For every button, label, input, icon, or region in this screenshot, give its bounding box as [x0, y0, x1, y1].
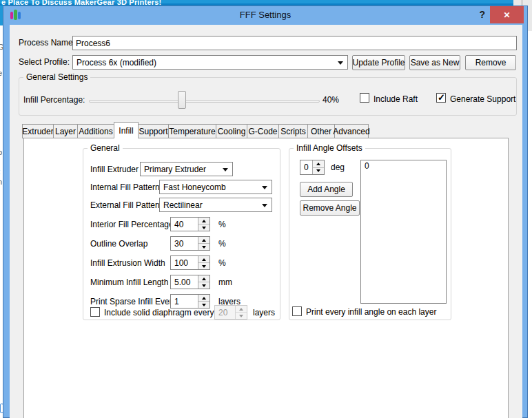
external-fill-pattern-dropdown[interactable]: Rectilinear — [159, 198, 272, 212]
tab-cooling[interactable]: Cooling — [216, 124, 247, 138]
infill-angle-offsets-group-title: Infill Angle Offsets — [294, 143, 365, 153]
infill-extrusion-width-spinner[interactable]: 100 — [170, 255, 210, 270]
interior-fill-percentage-label: Interior Fill Percentage — [90, 220, 174, 229]
profile-dropdown-value: Process 6x (modified) — [76, 58, 156, 67]
print-sparse-infill-value: 1 — [171, 295, 198, 308]
spin-up-button — [236, 306, 247, 313]
spin-up-button[interactable] — [198, 218, 209, 224]
spin-up-button[interactable] — [313, 160, 324, 168]
outline-overlap-value: 30 — [171, 237, 198, 250]
close-button[interactable]: ✕ — [490, 6, 524, 23]
update-profile-button[interactable]: Update Profile — [352, 55, 405, 70]
infill-extruder-dropdown[interactable]: Primary Extruder — [140, 162, 233, 176]
angle-unit-label: deg — [331, 163, 345, 172]
spin-down-button[interactable] — [198, 263, 209, 269]
outline-overlap-label: Outline Overlap — [90, 239, 147, 249]
angle-value: 0 — [300, 160, 312, 174]
remove-profile-button[interactable]: Remove — [465, 55, 516, 70]
infill-extrusion-width-label: Infill Extrusion Width — [90, 258, 165, 268]
spin-down-button[interactable] — [313, 168, 324, 175]
angle-offsets-list[interactable]: 0 — [360, 160, 447, 304]
tab-layer[interactable]: Layer — [53, 124, 78, 138]
external-fill-pattern-value: Rectilinear — [163, 200, 203, 210]
infill-extruder-value: Primary Extruder — [144, 165, 206, 174]
tab-temperature[interactable]: Temperature — [168, 124, 216, 138]
profile-dropdown[interactable]: Process 6x (modified) — [72, 55, 348, 70]
print-every-angle-label: Print every infill angle on each layer — [306, 307, 436, 317]
infill-slider-track[interactable] — [89, 100, 320, 103]
tab-scripts[interactable]: Scripts — [278, 124, 308, 138]
infill-general-group: General Infill Extruder Primary Extruder… — [83, 148, 280, 320]
internal-fill-pattern-dropdown[interactable]: Fast Honeycomb — [159, 180, 272, 194]
spin-down-button[interactable] — [198, 302, 209, 308]
tab-gcode[interactable]: G-Code — [247, 124, 279, 138]
outline-overlap-spinner[interactable]: 30 — [170, 236, 210, 251]
add-angle-button[interactable]: Add Angle — [300, 182, 353, 197]
infill-angle-offsets-group: Infill Angle Offsets 0 deg Add Angle Rem… — [289, 148, 451, 320]
spin-up-button[interactable] — [198, 295, 209, 302]
dialog-client-area: Process Name: Process6 Select Profile: P… — [10, 25, 522, 418]
select-profile-label: Select Profile: — [19, 57, 70, 67]
tab-infill[interactable]: Infill — [114, 122, 139, 138]
solid-diaphragm-value: 20 — [215, 306, 235, 319]
generate-support-label: Generate Support — [450, 94, 515, 104]
infill-percentage-label: Infill Percentage: — [23, 95, 85, 105]
spin-down-button — [236, 313, 247, 319]
settings-tab-bar: Extruder Layer Additions Infill Support … — [22, 122, 369, 138]
minimum-infill-length-unit: mm — [218, 278, 232, 287]
save-as-new-button[interactable]: Save as New — [409, 55, 460, 70]
infill-slider-thumb[interactable] — [178, 91, 186, 109]
minimum-infill-length-label: Minimum Infill Length — [90, 278, 168, 287]
infill-general-group-title: General — [88, 143, 123, 153]
help-button[interactable]: ? — [479, 9, 485, 20]
list-item[interactable]: 0 — [361, 160, 446, 171]
infill-extrusion-width-value: 100 — [171, 256, 198, 269]
spin-up-button[interactable] — [198, 256, 209, 263]
angle-spinner[interactable]: 0 — [300, 160, 325, 175]
print-sparse-infill-label: Print Sparse Infill Every — [90, 297, 176, 306]
tab-additions[interactable]: Additions — [77, 124, 114, 138]
infill-extrusion-width-unit: % — [218, 258, 226, 268]
print-every-angle-checkbox[interactable] — [292, 306, 302, 316]
screen: e Place To Discuss MakerGear 3D Printers… — [0, 0, 532, 418]
external-fill-pattern-label: External Fill Pattern — [90, 200, 163, 210]
fff-settings-dialog: FFF Settings ? ✕ Process Name: Process6 … — [3, 6, 528, 418]
spin-up-button[interactable] — [198, 237, 209, 244]
process-name-input[interactable]: Process6 — [72, 36, 517, 50]
interior-fill-percentage-spinner[interactable]: 40 — [170, 217, 210, 231]
infill-tab-panel: General Infill Extruder Primary Extruder… — [23, 138, 509, 418]
infill-extruder-label: Infill Extruder — [90, 165, 139, 174]
spin-down-button[interactable] — [198, 282, 209, 289]
print-sparse-infill-spinner[interactable]: 1 — [170, 294, 210, 309]
minimum-infill-length-value: 5.00 — [171, 275, 198, 289]
solid-diaphragm-checkbox[interactable] — [90, 307, 100, 317]
spin-down-button[interactable] — [198, 224, 209, 231]
outline-overlap-unit: % — [218, 239, 226, 249]
dialog-title: FFF Settings — [3, 10, 527, 20]
chevron-down-icon — [262, 204, 267, 207]
infill-percentage-value: 40% — [323, 95, 339, 105]
tab-support[interactable]: Support — [138, 124, 169, 138]
minimum-infill-length-spinner[interactable]: 5.00 — [170, 275, 210, 289]
spin-down-button[interactable] — [198, 244, 209, 250]
tab-extruder[interactable]: Extruder — [22, 124, 54, 138]
chevron-down-icon — [338, 61, 343, 65]
generate-support-checkbox[interactable] — [436, 93, 446, 103]
general-settings-group: General Settings Infill Percentage: 40% … — [19, 77, 517, 116]
include-raft-checkbox[interactable] — [360, 93, 369, 103]
include-raft-label: Include Raft — [374, 94, 418, 104]
tab-other[interactable]: Other — [307, 124, 335, 138]
tab-advanced[interactable]: Advanced — [334, 124, 369, 138]
dialog-titlebar[interactable]: FFF Settings ? ✕ — [3, 6, 527, 25]
process-name-label: Process Name: — [19, 38, 75, 48]
general-settings-group-title: General Settings — [23, 72, 90, 82]
remove-angle-button[interactable]: Remove Angle — [300, 200, 360, 216]
spin-up-button[interactable] — [198, 275, 209, 282]
internal-fill-pattern-label: Internal Fill Pattern — [90, 182, 160, 192]
solid-diaphragm-unit: layers — [253, 308, 275, 317]
interior-fill-percentage-unit: % — [218, 220, 226, 229]
chevron-down-icon — [223, 168, 228, 171]
internal-fill-pattern-value: Fast Honeycomb — [163, 182, 226, 192]
solid-diaphragm-spinner: 20 — [214, 305, 247, 320]
solid-diaphragm-label: Include solid diaphragm every — [104, 308, 214, 317]
